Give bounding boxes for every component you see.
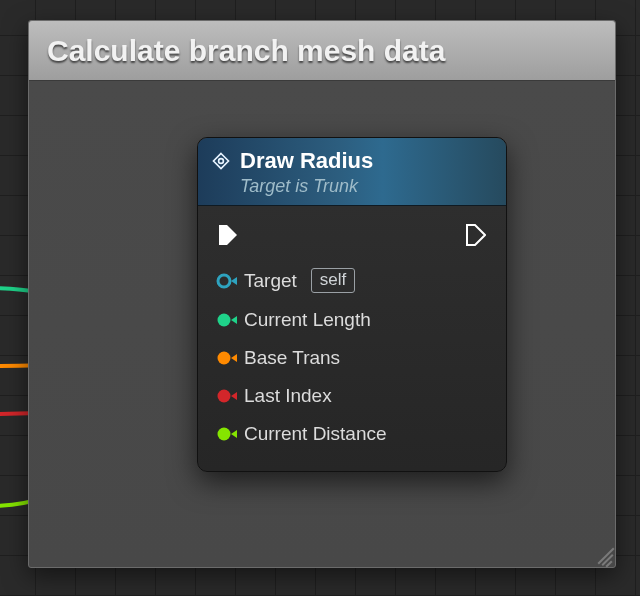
pin-row-base-trans: Base Trans xyxy=(212,339,492,377)
comment-title: Calculate branch mesh data xyxy=(47,34,445,68)
comment-panel[interactable]: Calculate branch mesh data Draw Radius T… xyxy=(28,20,616,568)
base-trans-pin[interactable] xyxy=(216,349,234,367)
exec-out-pin[interactable] xyxy=(466,224,486,246)
node-body: Target self Current Length xyxy=(198,206,506,471)
pin-label: Current Distance xyxy=(244,423,387,445)
current-distance-pin[interactable] xyxy=(216,425,234,443)
node-subtitle: Target is Trunk xyxy=(240,176,492,197)
exec-in-pin[interactable] xyxy=(218,224,238,246)
svg-point-5 xyxy=(218,428,231,441)
function-node-draw-radius[interactable]: Draw Radius Target is Trunk xyxy=(197,137,507,472)
comment-header[interactable]: Calculate branch mesh data xyxy=(29,21,615,81)
node-title: Draw Radius xyxy=(240,148,373,174)
pin-label: Last Index xyxy=(244,385,332,407)
last-index-pin[interactable] xyxy=(216,387,234,405)
svg-point-2 xyxy=(218,314,231,327)
pin-label: Current Length xyxy=(244,309,371,331)
pin-label: Base Trans xyxy=(244,347,340,369)
svg-point-0 xyxy=(219,159,224,164)
svg-point-4 xyxy=(218,390,231,403)
node-header[interactable]: Draw Radius Target is Trunk xyxy=(198,138,506,206)
pin-row-current-length: Current Length xyxy=(212,301,492,339)
target-default-value[interactable]: self xyxy=(311,268,355,293)
pin-row-last-index: Last Index xyxy=(212,377,492,415)
svg-point-1 xyxy=(218,275,230,287)
function-icon xyxy=(212,152,230,170)
pin-label: Target xyxy=(244,270,297,292)
pin-row-target: Target self xyxy=(212,260,492,301)
resize-handle-icon[interactable] xyxy=(593,545,613,565)
current-length-pin[interactable] xyxy=(216,311,234,329)
pin-row-current-distance: Current Distance xyxy=(212,415,492,453)
target-pin[interactable] xyxy=(216,272,234,290)
svg-point-3 xyxy=(218,352,231,365)
